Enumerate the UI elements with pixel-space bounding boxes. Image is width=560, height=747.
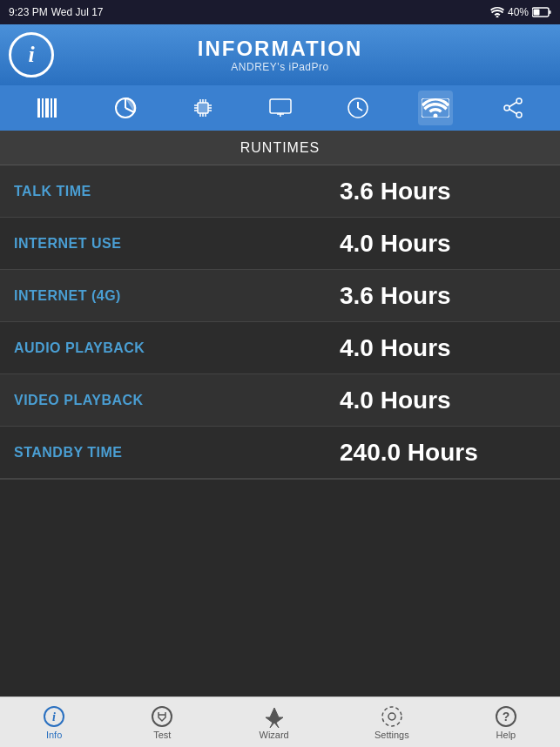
svg-line-37: [509, 110, 516, 114]
status-right: 40%: [490, 6, 551, 18]
svg-point-33: [516, 98, 522, 104]
help-nav-icon: ?: [495, 705, 517, 728]
clock-icon: [347, 97, 369, 119]
battery-icon: [532, 7, 551, 17]
toolbar: [0, 85, 560, 131]
table-row: STANDBY TIME 240.0 Hours: [0, 427, 560, 479]
section-title: RUNTIMES: [240, 140, 320, 156]
share-icon: [502, 97, 524, 119]
svg-point-42: [388, 713, 395, 720]
svg-point-0: [496, 16, 498, 17]
toolbar-share[interactable]: [496, 91, 530, 125]
nav-settings-label: Settings: [374, 730, 409, 740]
wizard-nav-icon: [263, 705, 286, 728]
svg-rect-2: [534, 10, 540, 16]
svg-rect-25: [270, 99, 291, 113]
section-header: RUNTIMES: [0, 131, 560, 165]
table-row: AUDIO PLAYBACK 4.0 Hours: [0, 322, 560, 374]
display-icon: [269, 98, 292, 118]
toolbar-chart[interactable]: [108, 91, 143, 125]
toolbar-cpu[interactable]: [186, 91, 220, 125]
cpu-icon: [192, 97, 214, 119]
runtime-value: 3.6 Hours: [331, 178, 560, 205]
svg-text:?: ?: [503, 710, 510, 723]
barcode-icon: [36, 97, 60, 119]
svg-point-40: [152, 707, 172, 726]
svg-rect-6: [45, 98, 49, 118]
page-title: INFORMATION: [54, 37, 506, 61]
empty-area: [0, 479, 560, 670]
runtime-value: 4.0 Hours: [331, 334, 560, 362]
svg-rect-12: [198, 103, 208, 113]
nav-wizard[interactable]: Wizard: [260, 705, 289, 740]
nav-info-label: Info: [46, 730, 62, 740]
table-row: VIDEO PLAYBACK 4.0 Hours: [0, 374, 560, 427]
nav-test-label: Test: [153, 730, 171, 740]
svg-point-35: [516, 112, 522, 118]
svg-text:i: i: [52, 710, 56, 723]
runtime-label: TALK TIME: [0, 184, 331, 199]
runtime-label: STANDBY TIME: [0, 445, 331, 461]
svg-rect-5: [42, 98, 44, 118]
pie-chart-icon: [114, 97, 137, 119]
toolbar-display[interactable]: [263, 91, 298, 125]
device-subtitle: ANDREY's iPadPro: [54, 61, 506, 73]
runtime-label: AUDIO PLAYBACK: [0, 340, 331, 356]
nav-help[interactable]: ? Help: [495, 705, 517, 740]
test-nav-icon: [151, 705, 173, 728]
status-bar: 9:23 PM Wed Jul 17 40%: [0, 0, 560, 24]
bottom-nav: i Info Test Wizard Settings ? Help: [0, 697, 560, 747]
svg-rect-4: [37, 98, 40, 118]
toolbar-time[interactable]: [341, 91, 375, 125]
runtime-label: VIDEO PLAYBACK: [0, 393, 331, 408]
wifi-status-icon: [490, 7, 504, 17]
table-row: INTERNET USE 4.0 Hours: [0, 218, 560, 270]
nav-help-label: Help: [496, 730, 516, 740]
svg-rect-8: [54, 98, 57, 118]
toolbar-battery[interactable]: [30, 91, 65, 125]
status-date: Wed Jul 17: [51, 6, 104, 18]
svg-line-30: [358, 108, 362, 111]
table-row: INTERNET (4G) 3.6 Hours: [0, 270, 560, 322]
nav-settings[interactable]: Settings: [374, 705, 409, 740]
status-left: 9:23 PM Wed Jul 17: [9, 6, 104, 18]
svg-point-31: [433, 114, 437, 118]
runtime-value: 240.0 Hours: [331, 439, 560, 467]
info-nav-icon: i: [43, 705, 65, 728]
toolbar-wifi[interactable]: [418, 91, 453, 125]
runtime-label: INTERNET (4G): [0, 288, 331, 304]
battery-status: 40%: [508, 6, 529, 18]
runtime-value: 4.0 Hours: [331, 230, 560, 258]
header-title-group: INFORMATION ANDREY's iPadPro: [54, 37, 506, 73]
svg-point-34: [504, 105, 509, 111]
status-time: 9:23 PM: [9, 6, 48, 18]
settings-nav-icon: [381, 705, 403, 728]
svg-rect-7: [51, 98, 52, 118]
runtime-value: 4.0 Hours: [331, 387, 560, 414]
svg-point-43: [382, 707, 401, 726]
nav-test[interactable]: Test: [151, 705, 173, 740]
app-header: i INFORMATION ANDREY's iPadPro: [0, 24, 560, 85]
runtime-label: INTERNET USE: [0, 236, 331, 252]
runtime-value: 3.6 Hours: [331, 282, 560, 310]
app-logo-letter: i: [28, 42, 34, 68]
runtimes-list: TALK TIME 3.6 Hours INTERNET USE 4.0 Hou…: [0, 165, 560, 479]
app-logo: i: [9, 32, 54, 77]
nav-info[interactable]: i Info: [43, 705, 65, 740]
wifi-toolbar-icon: [422, 98, 449, 118]
svg-rect-3: [550, 10, 551, 14]
table-row: TALK TIME 3.6 Hours: [0, 165, 560, 218]
svg-line-36: [509, 103, 516, 107]
nav-wizard-label: Wizard: [260, 730, 289, 740]
